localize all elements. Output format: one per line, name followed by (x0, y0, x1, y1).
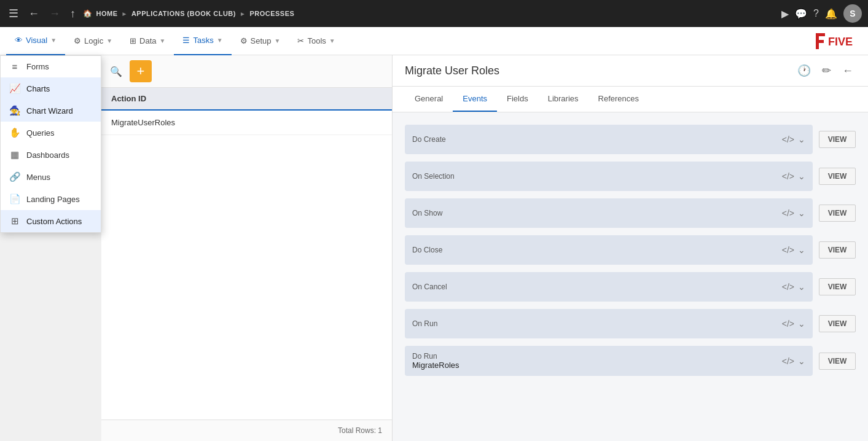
event-field-icons: </> ⌄ (782, 245, 805, 255)
nav-data[interactable]: ⊞ Data ▼ (121, 27, 174, 55)
expand-icon[interactable]: ⌄ (798, 208, 805, 218)
dropdown-item-forms[interactable]: ≡ Forms (1, 56, 101, 77)
expand-icon[interactable]: ⌄ (798, 356, 805, 366)
back-icon[interactable]: ← (26, 5, 42, 23)
tasks-icon: ☰ (182, 36, 190, 45)
help-icon[interactable]: ? (813, 8, 819, 19)
chat-icon[interactable]: 💬 (795, 8, 807, 20)
bell-icon[interactable]: 🔔 (825, 8, 837, 20)
event-field-on-show[interactable]: On Show </> ⌄ (405, 198, 813, 228)
tab-general[interactable]: General (405, 87, 453, 112)
visual-dropdown: ≡ Forms 📈 Charts 🧙 Chart Wizard ✋ Querie… (0, 55, 101, 233)
table-row[interactable]: MigrateUserRoles (101, 111, 392, 135)
dropdown-item-queries[interactable]: ✋ Queries (1, 122, 101, 144)
chevron-down-icon: ▼ (275, 37, 281, 44)
dropdown-item-menus[interactable]: 🔗 Menus (1, 166, 101, 188)
event-field-icons: </> ⌄ (782, 135, 805, 144)
code-icon[interactable]: </> (782, 319, 794, 329)
table-header: Action ID (101, 88, 392, 111)
chevron-down-icon: ▼ (50, 37, 57, 44)
view-button-on-show[interactable]: VIEW (819, 205, 856, 222)
event-field-do-create[interactable]: Do Create </> ⌄ (405, 125, 813, 154)
back-button[interactable]: ← (840, 61, 856, 80)
tab-libraries[interactable]: Libraries (538, 87, 588, 112)
main-layout: ≡ Forms 📈 Charts 🧙 Chart Wizard ✋ Querie… (0, 55, 868, 441)
charts-icon: 📈 (9, 83, 20, 94)
queries-icon: ✋ (9, 127, 20, 138)
menus-icon: 🔗 (9, 171, 20, 182)
add-button[interactable]: + (130, 60, 152, 82)
dropdown-item-dashboards[interactable]: ▦ Dashboards (1, 144, 101, 166)
eye-icon: 👁 (15, 36, 23, 45)
event-field-icons: </> ⌄ (782, 171, 805, 181)
forward-icon[interactable]: → (47, 5, 63, 23)
landing-pages-icon: 📄 (9, 193, 20, 205)
code-icon[interactable]: </> (782, 208, 794, 218)
dropdown-item-custom-actions[interactable]: ⊞ Custom Actions (1, 210, 101, 232)
event-row-do-run: Do Run MigrateRoles </> ⌄ VIEW (405, 346, 856, 376)
event-field-do-close[interactable]: Do Close </> ⌄ (405, 235, 813, 265)
code-icon[interactable]: </> (782, 282, 794, 292)
nav-tools[interactable]: ✂ Tools ▼ (289, 27, 343, 55)
panel-action-icons: 🕐 ✏ ← (795, 61, 856, 80)
code-icon[interactable]: </> (782, 356, 794, 366)
code-icon[interactable]: </> (782, 135, 794, 144)
dropdown-item-chart-wizard[interactable]: 🧙 Chart Wizard (1, 100, 101, 122)
view-button-on-cancel[interactable]: VIEW (819, 278, 856, 295)
view-button-on-selection[interactable]: VIEW (819, 168, 856, 185)
event-field-on-cancel[interactable]: On Cancel </> ⌄ (405, 272, 813, 302)
history-button[interactable]: 🕐 (795, 61, 813, 80)
code-icon[interactable]: </> (782, 245, 794, 255)
right-panel: Migrate User Roles 🕐 ✏ ← General Events … (393, 55, 868, 441)
data-icon: ⊞ (130, 36, 136, 45)
search-button[interactable]: 🔍 (108, 63, 125, 80)
hamburger-icon[interactable]: ☰ (6, 4, 21, 23)
right-panel-header: Migrate User Roles 🕐 ✏ ← (393, 55, 868, 87)
tab-events[interactable]: Events (453, 87, 497, 112)
code-icon[interactable]: </> (782, 171, 794, 181)
nav-logic[interactable]: ⚙ Logic ▼ (65, 27, 121, 55)
breadcrumb: 🏠 HOME ► APPLICATIONS (BOOK CLUB) ► PROC… (83, 9, 776, 18)
view-button-do-close[interactable]: VIEW (819, 241, 856, 259)
view-button-do-run[interactable]: VIEW (819, 353, 856, 370)
event-row-on-run: On Run </> ⌄ VIEW (405, 309, 856, 338)
chart-wizard-icon: 🧙 (9, 105, 20, 116)
event-row-on-selection: On Selection </> ⌄ VIEW (405, 162, 856, 191)
page-title: Migrate User Roles (405, 64, 789, 77)
event-field-icons: </> ⌄ (782, 208, 805, 218)
expand-icon[interactable]: ⌄ (798, 319, 805, 329)
up-icon[interactable]: ↑ (68, 5, 78, 23)
event-field-icons: </> ⌄ (782, 282, 805, 292)
view-button-on-run[interactable]: VIEW (819, 315, 856, 332)
nav-visual[interactable]: 👁 Visual ▼ (6, 27, 65, 55)
event-field-on-selection[interactable]: On Selection </> ⌄ (405, 162, 813, 191)
dropdown-item-landing-pages[interactable]: 📄 Landing Pages (1, 188, 101, 210)
tab-references[interactable]: References (588, 87, 649, 112)
left-panel-header: 🔍 + (101, 55, 392, 88)
expand-icon[interactable]: ⌄ (798, 135, 805, 144)
left-panel: 🔍 + Action ID MigrateUserRoles Total Row… (101, 55, 393, 441)
view-button-do-create[interactable]: VIEW (819, 131, 856, 148)
expand-icon[interactable]: ⌄ (798, 245, 805, 255)
dashboards-icon: ▦ (9, 149, 20, 160)
event-row-on-cancel: On Cancel </> ⌄ VIEW (405, 272, 856, 302)
dropdown-item-charts[interactable]: 📈 Charts (1, 77, 101, 100)
top-bar-right: ▶ 💬 ? 🔔 S (781, 4, 862, 23)
edit-button[interactable]: ✏ (819, 61, 834, 80)
forms-icon: ≡ (9, 61, 20, 72)
event-field-on-run[interactable]: On Run </> ⌄ (405, 309, 813, 338)
expand-icon[interactable]: ⌄ (798, 282, 805, 292)
svg-marker-0 (816, 33, 825, 49)
expand-icon[interactable]: ⌄ (798, 171, 805, 181)
nav-tasks[interactable]: ☰ Tasks ▼ (174, 27, 231, 55)
event-field-do-run[interactable]: Do Run MigrateRoles </> ⌄ (405, 346, 813, 376)
custom-actions-icon: ⊞ (9, 216, 20, 227)
play-icon[interactable]: ▶ (781, 8, 789, 20)
avatar[interactable]: S (843, 4, 862, 23)
event-row-do-close: Do Close </> ⌄ VIEW (405, 235, 856, 265)
chevron-down-icon: ▼ (329, 37, 335, 44)
nav-setup[interactable]: ⚙ Setup ▼ (232, 27, 289, 55)
tab-fields[interactable]: Fields (497, 87, 538, 112)
events-content: Do Create </> ⌄ VIEW On Selection </> ⌄ (393, 112, 868, 441)
total-rows-footer: Total Rows: 1 (101, 420, 392, 441)
